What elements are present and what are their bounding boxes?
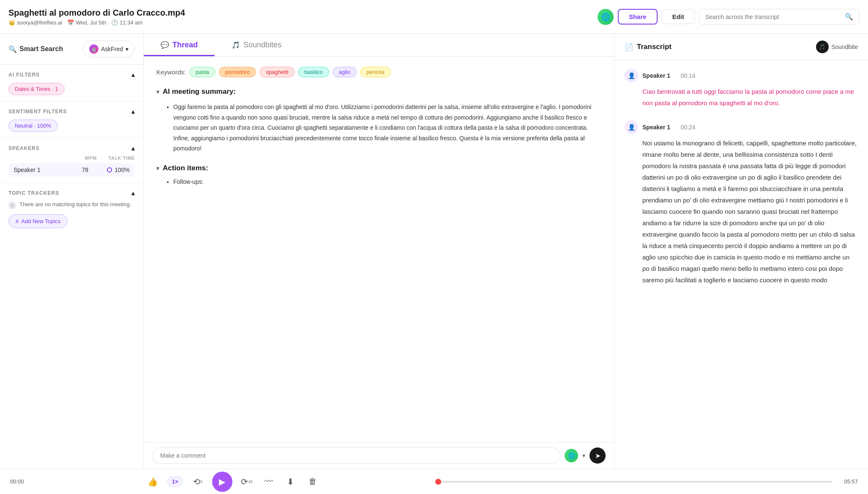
progress-bar[interactable] [438,481,833,483]
globe-icon[interactable]: 🌐 [598,9,614,25]
speaker-row[interactable]: Speaker 1 78 100% [8,163,135,177]
player-controls: 👍 1× ⟲5 ▶ ⟳15 〰 ⬇ 🗑 [35,472,430,492]
edit-button[interactable]: Edit [662,9,695,24]
soundbite-button[interactable]: 🎵 Soundbite [816,41,858,53]
search-input[interactable] [705,14,841,20]
progress-pct: 100% [115,166,130,173]
keywords-row: Keywords: pasta pomodoro spaghetti basil… [156,67,601,77]
soundbites-icon: 🎵 [232,41,240,49]
askfred-avatar: 🤖 [89,44,98,54]
time-current: 00:00 [10,478,27,485]
dates-times-chip[interactable]: Dates & Times · 1 [8,83,65,95]
main-layout: 🔍 Smart Search 🤖 AskFred ▾ AI FILTERS ▴ … [0,34,868,469]
speed-button[interactable]: 1× [167,476,183,487]
speaker-label-2: Speaker 1 [642,124,670,131]
followups: Follow-ups: [165,178,601,185]
ai-filters-header: AI FILTERS ▴ [8,71,135,79]
ai-filters-title: AI FILTERS [8,72,40,78]
chevron-up-icon[interactable]: ▴ [131,71,135,79]
crown-icon: 👑 [8,19,15,26]
clock-icon: 🕐 [111,19,118,26]
topic-trackers-section: TOPIC TRACKERS ▴ i There are no matching… [0,183,143,234]
followup-item: Follow-ups: [173,178,601,185]
comment-input[interactable] [152,448,560,464]
action-chevron[interactable]: ▾ [156,165,159,172]
chevron-up-icon-3[interactable]: ▴ [131,144,135,152]
keyword-pentola[interactable]: pentola [360,67,391,77]
speaker-progress: 100% [92,166,130,173]
summary-title: AI meeting summary: [163,87,236,96]
progress-dot [107,167,112,172]
speakers-section: SPEAKERS ▴ WPM TALK TIME Speaker 1 78 10… [0,138,143,183]
action-items-section: ▾ Action items: Follow-ups: [156,164,601,185]
ai-filters-section: AI FILTERS ▴ Dates & Times · 1 [0,65,143,101]
sidebar: 🔍 Smart Search 🤖 AskFred ▾ AI FILTERS ▴ … [0,34,144,469]
add-topics-button[interactable]: # Add New Topics [8,214,68,228]
transcript-content: 👤 Speaker 1 · 00:14 Ciao bentrovati a tu… [614,60,868,469]
keyword-spaghetti[interactable]: spaghetti [259,67,295,77]
keywords-label: Keywords: [156,68,186,76]
thread-icon: 💬 [161,41,169,49]
chevron-up-icon-2[interactable]: ▴ [131,107,135,115]
download-button[interactable]: ⬇ [283,474,298,489]
action-items-title: Action items: [163,164,208,172]
transcript-text-2: Noi usiamo la monograno di felicetti, ca… [625,137,858,286]
topic-title: TOPIC TRACKERS [8,190,59,196]
comment-bar: 🌐 ▾ ➤ [144,442,614,469]
time-total: 05:57 [841,478,858,485]
topic-empty: i There are no matching topics for this … [8,201,135,209]
comment-dropdown-icon[interactable]: ▾ [582,452,585,459]
calendar-icon: 📅 [67,19,74,26]
speaker-line-1: 👤 Speaker 1 · 00:14 [625,69,858,82]
summary-text: Oggi faremo la pasta al pomodoro con gli… [165,102,601,154]
speaker-name: Speaker 1 [14,166,68,173]
soundbite-icon: 🎵 [816,41,829,53]
waveform-button[interactable]: 〰 [261,474,276,489]
keyword-aglio[interactable]: aglio [333,67,357,77]
keyword-pomodoro[interactable]: pomodoro [219,67,257,77]
share-button[interactable]: Share [618,9,658,25]
middle-tabs: 💬 Thread 🎵 Soundbites [144,34,614,57]
transcript-header: 📄 Transcript 🎵 Soundbite [614,34,868,60]
progress-dot-handle[interactable] [435,479,441,485]
sentiment-filters-header: SENTIMENT FILTERS ▴ [8,107,135,115]
date-badge: 📅 Wed, Jul 5th [67,19,106,26]
sentiment-title: SENTIMENT FILTERS [8,109,67,115]
search-bar[interactable]: 🔍 [699,9,860,25]
askfred-button[interactable]: 🤖 AskFred ▾ [83,41,135,57]
sidebar-top: 🔍 Smart Search 🤖 AskFred ▾ [0,34,143,65]
speakers-header-row: SPEAKERS ▴ [8,144,135,152]
speaker-avatar-2: 👤 [625,120,638,134]
smart-search-button[interactable]: 🔍 Smart Search [8,45,63,53]
transcript-entry: 👤 Speaker 1 · 00:14 Ciao bentrovati a tu… [625,69,858,109]
summary-item: Oggi faremo la pasta al pomodoro con gli… [173,102,601,154]
topic-header: TOPIC TRACKERS ▴ [8,189,135,197]
rewind-button[interactable]: ⟲5 [190,474,205,489]
play-button[interactable]: ▶ [212,472,232,492]
summary-chevron[interactable]: ▾ [156,88,159,95]
transcript-title: 📄 Transcript [625,43,671,52]
transcript-entry-2: 👤 Speaker 1 · 00:24 Noi usiamo la monogr… [625,120,858,286]
comment-send-button[interactable]: ➤ [590,448,606,464]
neutral-chip[interactable]: Neutral · 100% [8,120,57,132]
comment-emoji-button[interactable]: 🌐 [565,449,578,462]
keyword-basilico[interactable]: basilico [298,67,329,77]
transcript-icon: 📄 [625,43,633,52]
thread-content: Keywords: pasta pomodoro spaghetti basil… [144,57,614,442]
chevron-up-icon-4[interactable]: ▴ [131,189,135,197]
tab-soundbites[interactable]: 🎵 Soundbites [215,34,298,56]
keyword-pasta[interactable]: pasta [189,67,216,77]
speaker-line-2: 👤 Speaker 1 · 00:24 [625,120,858,134]
speaker-label-1: Speaker 1 [642,72,670,79]
speaker-time-1: 00:14 [681,72,696,79]
speaker-avatar-1: 👤 [625,69,638,82]
speaker-time-2: 00:24 [681,124,696,131]
header-title-section: Spaghetti al pomodoro di Carlo Cracco.mp… [8,8,591,26]
sentiment-filters-section: SENTIMENT FILTERS ▴ Neutral · 100% [0,101,143,138]
like-button[interactable]: 👍 [145,474,160,489]
forward-button[interactable]: ⟳15 [239,474,254,489]
tab-thread[interactable]: 💬 Thread [144,34,215,56]
delete-button[interactable]: 🗑 [305,474,320,489]
info-icon: i [8,202,16,209]
header-actions: 🌐 Share Edit 🔍 [598,9,860,25]
